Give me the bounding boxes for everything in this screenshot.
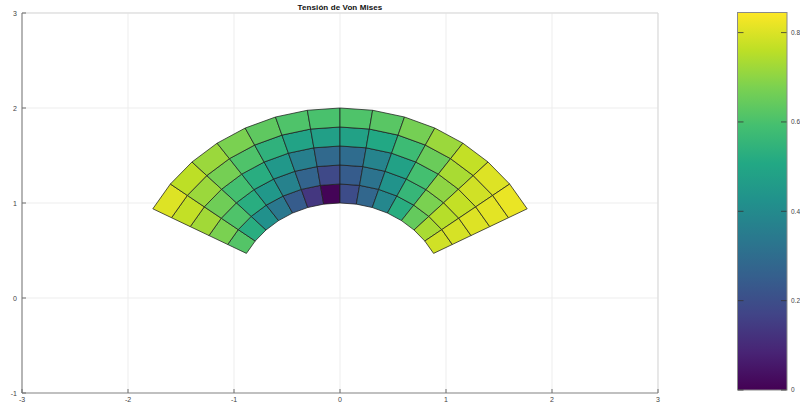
colorbar	[738, 13, 788, 391]
mesh-cell	[314, 146, 340, 167]
mesh-cell	[340, 127, 369, 148]
y-tick-label: 1	[13, 200, 17, 207]
colorbar-tick-label: 0.4	[791, 208, 800, 215]
colorbar-tick-label: 0.8	[791, 29, 800, 36]
plot-canvas: -3-2-10123-1012300.20.40.60.8	[0, 0, 800, 412]
y-tick-label: -1	[11, 390, 17, 397]
x-tick-label: -1	[231, 396, 237, 403]
colorbar-tick-label: 0.6	[791, 118, 800, 125]
matlab-figure: Tensión de Von Mises -3-2-10123-1012300.…	[0, 0, 800, 412]
mesh-cell	[307, 108, 340, 129]
x-tick-label: 0	[338, 396, 342, 403]
x-tick-label: -3	[19, 396, 25, 403]
mesh-cell	[317, 165, 340, 185]
x-tick-label: 3	[656, 396, 660, 403]
mesh-cell	[340, 108, 373, 129]
x-tick-label: 2	[550, 396, 554, 403]
colorbar-tick-label: 0.2	[791, 297, 800, 304]
mesh-cell	[340, 165, 363, 185]
y-tick-label: 0	[13, 295, 17, 302]
colorbar-tick-label: 0	[791, 386, 795, 393]
mesh-cell	[311, 127, 340, 148]
x-tick-label: -2	[125, 396, 131, 403]
mesh-cell	[340, 146, 366, 167]
y-tick-label: 3	[13, 10, 17, 17]
x-tick-label: 1	[444, 396, 448, 403]
mesh-cell	[320, 184, 340, 204]
y-tick-label: 2	[13, 105, 17, 112]
